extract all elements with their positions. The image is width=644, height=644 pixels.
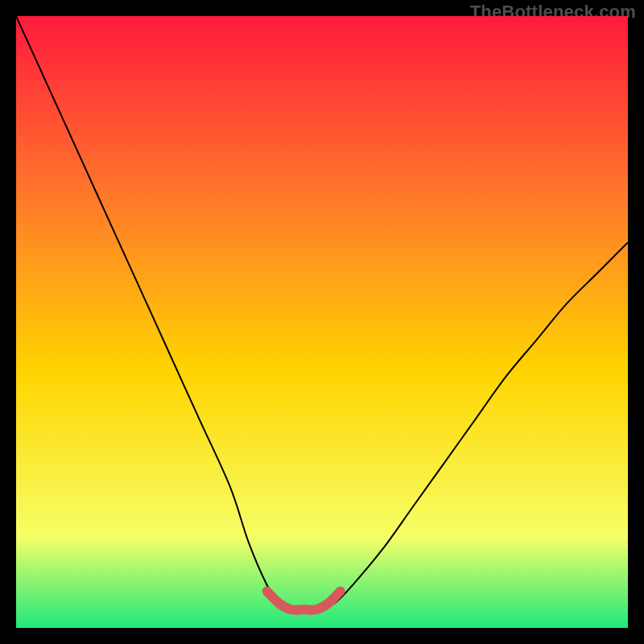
bottleneck-chart: [16, 16, 628, 628]
chart-background: [16, 16, 628, 628]
chart-frame: TheBottleneck.com: [0, 0, 644, 644]
